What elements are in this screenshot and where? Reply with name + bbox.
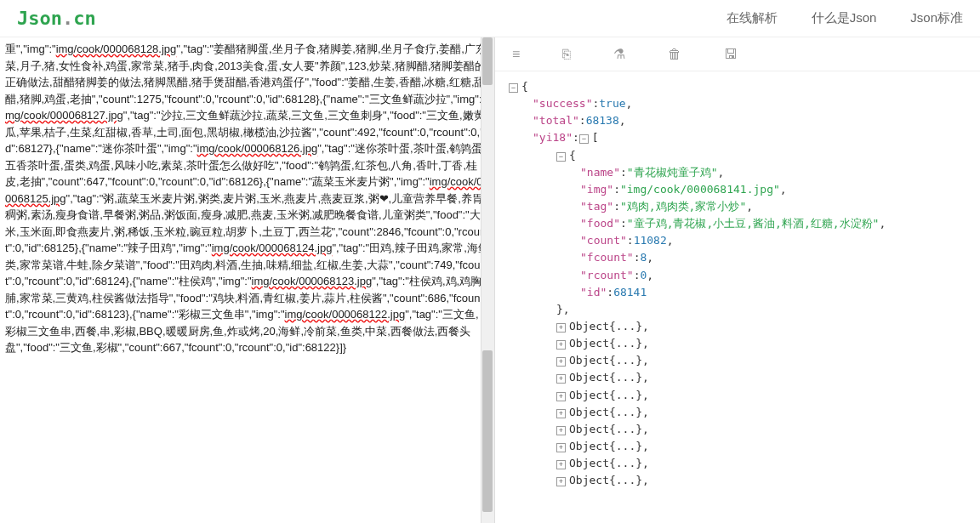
json-raw-text[interactable]: 重","img":"img/cook/000068128.jpg","tag":… [0, 37, 494, 360]
scrollbar-thumb-bottom[interactable] [482, 350, 493, 512]
toggle-icon[interactable]: + [556, 374, 566, 384]
toggle-icon[interactable]: + [556, 340, 566, 350]
logo-dot: . [62, 8, 73, 29]
tree-collapsed-object[interactable]: Object{...} [569, 423, 642, 435]
tree-id: 68141 [613, 286, 647, 298]
scrollbar[interactable] [481, 37, 494, 523]
nav-parse[interactable]: 在线解析 [726, 10, 778, 26]
tree-total: 68138 [586, 114, 619, 127]
tree-collapsed-object[interactable]: Object{...} [569, 371, 642, 384]
toolbar: ≡ ⎘ ⚗ 🗑 🖫 [495, 37, 980, 71]
toggle-icon[interactable]: + [556, 357, 566, 367]
tree-collapsed-object[interactable]: Object{...} [569, 337, 642, 350]
toggle-icon[interactable]: + [556, 323, 566, 333]
tree-collapsed-object[interactable]: Object{...} [569, 474, 642, 486]
scrollbar-thumb-top[interactable] [482, 37, 493, 85]
toolbar-file-icon[interactable]: ⎘ [562, 47, 571, 62]
json-input-panel: 重","img":"img/cook/000068128.jpg","tag":… [0, 37, 495, 523]
toggle-icon[interactable]: + [556, 409, 566, 418]
tree-success: true [599, 97, 625, 110]
toggle-icon[interactable]: + [556, 443, 566, 452]
tree-img: img/cook/000068141.jpg [620, 183, 780, 196]
nav: 在线解析 什么是Json Json标准 [726, 10, 963, 26]
tree-collapsed-object[interactable]: Object{...} [569, 457, 642, 469]
tree-collapsed-object[interactable]: Object{...} [569, 440, 642, 452]
tree-yi18-key: yi18 [533, 131, 573, 144]
header: Json.cn 在线解析 什么是Json Json标准 [0, 0, 980, 37]
toolbar-trash-icon[interactable]: 🗑 [668, 47, 681, 62]
tree-collapsed-object[interactable]: Object{...} [569, 354, 642, 367]
toggle-icon[interactable]: − [556, 152, 566, 162]
json-tree-panel: ≡ ⎘ ⚗ 🗑 🖫 −{ success:true, total:68138, … [495, 37, 980, 523]
tree-collapsed-object[interactable]: Object{...} [569, 320, 642, 333]
toggle-icon[interactable]: + [556, 460, 566, 469]
toggle-icon[interactable]: + [556, 477, 566, 486]
toggle-icon[interactable]: − [579, 134, 589, 144]
logo[interactable]: Json.cn [17, 8, 96, 29]
toolbar-save-icon[interactable]: 🖫 [724, 47, 738, 62]
main: 重","img":"img/cook/000068128.jpg","tag":… [0, 37, 980, 523]
tree-name: 青花椒炖童子鸡 [627, 166, 718, 179]
tree-tag: 鸡肉,鸡肉类,家常小炒 [620, 200, 746, 213]
toggle-icon[interactable]: − [509, 83, 518, 93]
logo-cn: cn [73, 8, 96, 29]
nav-whatis[interactable]: 什么是Json [812, 10, 877, 26]
toolbar-flask-icon[interactable]: ⚗ [613, 46, 625, 62]
toggle-icon[interactable]: + [556, 392, 566, 401]
toolbar-db-icon[interactable]: ≡ [512, 47, 520, 62]
json-tree: −{ success:true, total:68138, yi18:−[ −{… [495, 71, 980, 523]
toggle-icon[interactable]: + [556, 426, 566, 435]
tree-count: 11082 [634, 234, 667, 247]
nav-standard[interactable]: Json标准 [910, 10, 963, 26]
tree-food: 童子鸡,青花椒,小土豆,酱油,料酒,红糖,水淀粉 [627, 217, 880, 230]
tree-collapsed-object[interactable]: Object{...} [569, 406, 642, 418]
logo-json: Json [17, 8, 62, 29]
tree-collapsed-object[interactable]: Object{...} [569, 389, 642, 401]
